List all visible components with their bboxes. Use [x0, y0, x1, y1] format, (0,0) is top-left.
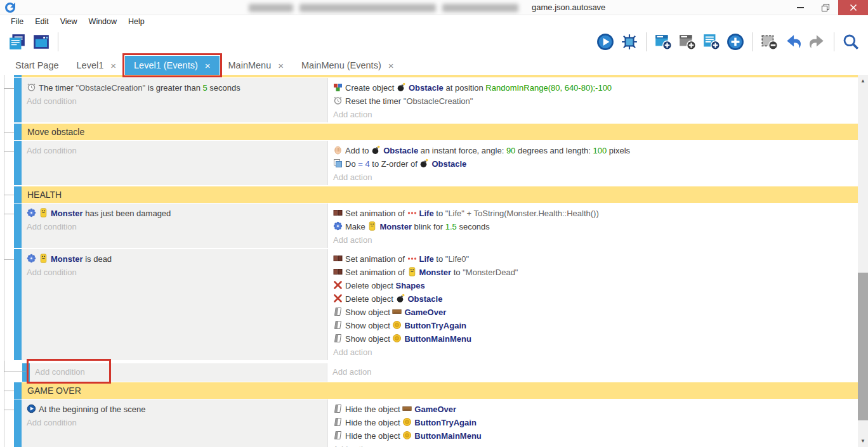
scene-editor-button[interactable] — [31, 32, 51, 52]
string-value: "MonsterDead" — [463, 268, 518, 277]
search-button[interactable] — [841, 32, 861, 52]
action-line[interactable]: Show object ButtonMainMenu — [328, 332, 858, 346]
add-action-button[interactable]: Add action — [328, 443, 858, 447]
tab-mainmenu-events[interactable]: MainMenu (Events)× — [293, 56, 402, 75]
event-handle-bar[interactable] — [14, 399, 22, 447]
action-line[interactable]: Hide the object ButtonTryAgain — [328, 416, 858, 429]
menu-item-edit[interactable]: Edit — [29, 17, 55, 26]
event-handle-bar[interactable] — [14, 204, 22, 248]
event-handle-bar[interactable] — [14, 249, 22, 360]
vertical-scrollbar[interactable]: ▲ ▼ — [858, 75, 868, 447]
add-action-button[interactable]: Add action — [328, 108, 858, 121]
text: Show object — [345, 321, 392, 330]
object-name: Shapes — [396, 281, 425, 290]
object-name: Monster — [379, 222, 412, 231]
redacted-title-text — [249, 4, 532, 12]
text: Set animation of — [345, 268, 407, 277]
object-name: Life — [419, 254, 434, 264]
event-gutter — [0, 363, 14, 382]
redo-button[interactable] — [807, 32, 827, 52]
action-line[interactable]: Set animation of Life to "Life0" — [328, 252, 858, 266]
condition-line[interactable]: The timer "ObstacleCreation" is greater … — [22, 81, 327, 94]
tab-close-icon[interactable]: × — [278, 61, 284, 70]
tab-mainmenu[interactable]: MainMenu× — [220, 56, 293, 75]
debug-button[interactable] — [619, 32, 640, 52]
action-line[interactable]: Add to Obstacle an instant force, angle:… — [328, 144, 858, 157]
event-row: Monster is deadAdd conditionSet animatio… — [0, 249, 858, 360]
object-name: Monster — [419, 268, 452, 277]
action-line[interactable]: Create object Obstacle at position Rando… — [328, 81, 858, 94]
add-condition-button[interactable]: Add condition — [22, 266, 327, 279]
event-handle-bar[interactable] — [14, 186, 22, 203]
event-gutter — [0, 186, 14, 203]
action-line[interactable]: Hide the object ButtonMainMenu — [328, 429, 858, 443]
add-action-button[interactable]: Add action — [327, 365, 858, 379]
action-line[interactable]: Set animation of Monster to "MonsterDead… — [328, 266, 858, 279]
add-circle-button[interactable] — [725, 32, 746, 52]
tab-level1-events[interactable]: Level1 (Events)× — [125, 56, 220, 75]
add-condition-button[interactable]: Add condition — [22, 94, 327, 108]
action-line[interactable]: Hide the object GameOver — [328, 403, 858, 416]
action-line[interactable]: Delete object Shapes — [328, 279, 858, 292]
restore-button[interactable] — [813, 0, 838, 15]
condition-line[interactable]: Monster is dead — [22, 252, 327, 266]
add-comment-button[interactable] — [701, 32, 721, 52]
add-action-button[interactable]: Add action — [328, 233, 858, 247]
scrollbar-thumb[interactable] — [858, 273, 868, 420]
event-handle-bar[interactable] — [14, 382, 22, 399]
group-header[interactable]: Move obstacle — [22, 124, 858, 140]
object-name: GameOver — [414, 405, 456, 414]
condition-line[interactable]: Monster has just been damaged — [22, 207, 327, 220]
tab-level1[interactable]: Level1× — [68, 56, 126, 75]
actions-cell: Set animation of Life to "Life0"Set anim… — [328, 249, 858, 360]
tab-start-page[interactable]: Start Page — [6, 56, 68, 75]
event-handle-bar[interactable] — [14, 141, 22, 185]
action-line[interactable]: Show object ButtonTryAgain — [328, 319, 858, 332]
menu-item-help[interactable]: Help — [122, 17, 150, 26]
event-handle-bar[interactable] — [14, 78, 22, 122]
add-action-button[interactable]: Add action — [328, 346, 858, 359]
action-line[interactable]: Delete object Obstacle — [328, 292, 858, 306]
action-line[interactable]: Make Monster blink for 1.5 seconds — [328, 220, 858, 233]
add-sub-event-button[interactable] — [677, 32, 697, 52]
tab-close-icon[interactable]: × — [388, 61, 394, 70]
minimize-button[interactable] — [787, 0, 813, 15]
remove-event-button[interactable] — [759, 32, 779, 52]
menu-item-view[interactable]: View — [55, 17, 83, 26]
add-event-button[interactable] — [653, 32, 673, 52]
project-manager-button[interactable] — [7, 32, 27, 52]
condition-line[interactable]: At the beginning of the scene — [22, 403, 327, 416]
remove-event-icon — [760, 33, 778, 51]
bomb-icon — [371, 145, 381, 155]
bomb-icon — [419, 159, 429, 168]
add-condition-button[interactable]: Add condition — [30, 365, 327, 379]
group-header[interactable]: GAME OVER — [22, 382, 858, 399]
preview-play-button[interactable] — [595, 32, 615, 52]
menu-item-window[interactable]: Window — [83, 17, 122, 26]
scene-editor-icon — [32, 33, 50, 51]
object-name: ButtonTryAgain — [404, 321, 466, 330]
action-line[interactable]: Reset the timer "ObstacleCreation" — [328, 94, 858, 108]
text: to — [451, 268, 463, 277]
add-action-button[interactable]: Add action — [328, 171, 858, 184]
event-handle-bar[interactable] — [14, 75, 22, 77]
add-condition-button[interactable]: Add condition — [22, 416, 327, 429]
group-header[interactable]: HEALTH — [22, 186, 858, 203]
close-button[interactable] — [838, 0, 868, 15]
action-line[interactable]: Do = 4 to Z-order of Obstacle — [328, 157, 858, 171]
action-line[interactable]: Set animation of Life to "Life" + ToStri… — [328, 207, 858, 220]
undo-button[interactable] — [783, 32, 803, 52]
scroll-down-icon[interactable]: ▼ — [858, 436, 868, 446]
string-value: "Life0" — [445, 254, 469, 264]
text: is dead — [83, 254, 112, 264]
add-condition-button[interactable]: Add condition — [22, 220, 327, 233]
scroll-up-icon[interactable]: ▲ — [858, 76, 868, 86]
close-icon — [850, 4, 857, 11]
event-handle-bar[interactable] — [14, 124, 22, 140]
action-line[interactable]: Show object GameOver — [328, 306, 858, 319]
text: has just been damaged — [83, 209, 171, 218]
menu-item-file[interactable]: File — [5, 17, 29, 26]
tab-close-icon[interactable]: × — [110, 61, 116, 70]
add-condition-button[interactable]: Add condition — [22, 144, 327, 157]
tab-close-icon[interactable]: × — [205, 61, 211, 70]
